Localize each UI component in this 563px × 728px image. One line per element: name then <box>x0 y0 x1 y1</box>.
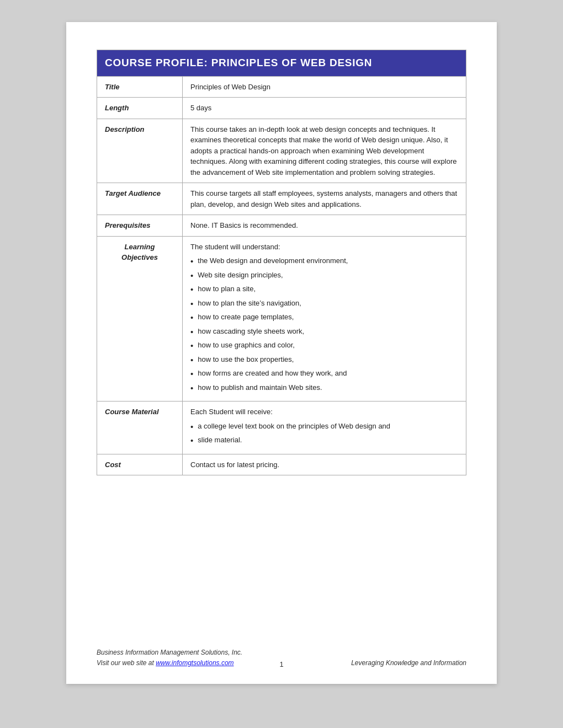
header-row: COURSE PROFILE: PRINCIPLES OF WEB DESIGN <box>97 50 466 77</box>
list-item: how to create page templates, <box>190 312 458 324</box>
label-prerequisites: Prerequisites <box>97 215 183 237</box>
list-item: a college level text book on the princip… <box>190 421 458 433</box>
label-target-audience: Target Audience <box>97 183 183 215</box>
footer-company: Business Information Management Solution… <box>97 649 242 656</box>
list-item: slide material. <box>190 435 458 447</box>
objectives-intro: The student will understand: <box>190 242 458 253</box>
value-description: This course takes an in-depth look at we… <box>183 119 466 183</box>
footer-page-number: 1 <box>279 660 283 668</box>
value-length: 5 days <box>183 98 466 119</box>
label-title: Title <box>97 76 183 98</box>
table-row: Length 5 days <box>97 98 466 119</box>
table-row: Description This course takes an in-dept… <box>97 119 466 183</box>
material-intro: Each Student will receive: <box>190 406 458 417</box>
value-target-audience: This course targets all staff employees,… <box>183 183 466 215</box>
objectives-list: the Web design and development environme… <box>190 255 458 394</box>
label-course-material: Course Material <box>97 402 183 454</box>
list-item: how to plan a site, <box>190 283 458 296</box>
label-learning-objectives: Learning Objectives <box>97 236 183 402</box>
label-length: Length <box>97 98 183 119</box>
footer-right: Leveraging Knowledge and Information <box>351 658 466 668</box>
label-learning-line2: Objectives <box>121 253 158 261</box>
value-cost: Contact us for latest pricing. <box>183 454 466 475</box>
page: COURSE PROFILE: PRINCIPLES OF WEB DESIGN… <box>66 22 497 684</box>
value-course-material: Each Student will receive: a college lev… <box>183 402 466 454</box>
material-list: a college level text book on the princip… <box>190 421 458 447</box>
table-row: Learning Objectives The student will und… <box>97 236 466 402</box>
list-item: how forms are created and how they work,… <box>190 368 458 381</box>
label-cost: Cost <box>97 454 183 475</box>
course-table: COURSE PROFILE: PRINCIPLES OF WEB DESIGN… <box>97 50 466 475</box>
footer: Business Information Management Solution… <box>97 647 466 668</box>
table-row: Target Audience This course targets all … <box>97 183 466 215</box>
list-item: how to plan the site’s navigation, <box>190 298 458 311</box>
list-item: the Web design and development environme… <box>190 255 458 268</box>
label-learning-line1: Learning <box>125 243 155 251</box>
value-title: Principles of Web Design <box>183 76 466 98</box>
table-row: Title Principles of Web Design <box>97 76 466 98</box>
footer-left: Business Information Management Solution… <box>97 647 242 668</box>
value-learning-objectives: The student will understand: the Web des… <box>183 236 466 402</box>
list-item: how cascading style sheets work, <box>190 326 458 339</box>
footer-website-link[interactable]: www.infomgtsolutions.com <box>156 659 233 667</box>
list-item: how to publish and maintain Web sites. <box>190 382 458 395</box>
table-row: Prerequisites None. IT Basics is recomme… <box>97 215 466 237</box>
value-prerequisites: None. IT Basics is recommended. <box>183 215 466 237</box>
course-title: COURSE PROFILE: PRINCIPLES OF WEB DESIGN <box>97 50 466 77</box>
footer-visit: Visit our web site at <box>97 659 154 667</box>
label-description: Description <box>97 119 183 183</box>
list-item: Web site design principles, <box>190 270 458 282</box>
table-row: Course Material Each Student will receiv… <box>97 402 466 454</box>
list-item: how to use the box properties, <box>190 354 458 367</box>
list-item: how to use graphics and color, <box>190 340 458 352</box>
table-row: Cost Contact us for latest pricing. <box>97 454 466 475</box>
